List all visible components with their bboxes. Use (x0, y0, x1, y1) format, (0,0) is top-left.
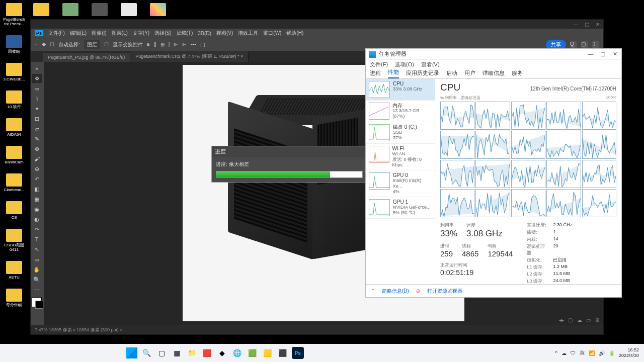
eraser-tool-icon[interactable]: ◧ (32, 185, 42, 194)
pen-tool-icon[interactable]: ✑ (32, 225, 42, 234)
blur-tool-icon[interactable]: ◉ (32, 205, 42, 214)
move-tool-icon[interactable]: ✥ (32, 74, 42, 83)
explorer-icon[interactable]: 📁 (186, 347, 198, 359)
type-tool-icon[interactable]: T (32, 235, 42, 244)
desktop-icon[interactable]: CSGO截图0411 (3, 229, 25, 252)
workspace-icon[interactable]: ▢ (581, 41, 588, 48)
edge-icon[interactable]: 🌐 (231, 347, 244, 359)
close-icon[interactable]: ✕ (594, 22, 601, 27)
desktop-icon[interactable]: AETU (3, 261, 25, 280)
tab-performance[interactable]: 性能 (388, 68, 399, 78)
align-icon[interactable]: ‖ (154, 42, 156, 47)
tm-side-gpu0[interactable]: GPU 0Intel(R) Iris(R) Xe...4% (366, 170, 435, 197)
menu-item[interactable]: 选项(O) (395, 61, 414, 68)
photoshop-taskbar-icon[interactable]: Ps (292, 347, 304, 359)
desktop-icon[interactable]: CS (3, 201, 25, 220)
icon[interactable]: ◂▸ (559, 317, 565, 323)
desktop-icon[interactable]: PugetBench for Premi... (3, 3, 25, 26)
menu-item[interactable]: 图像(I) (92, 30, 106, 37)
ps-titlebar[interactable]: — ▢ ✕ (31, 20, 603, 29)
menu-item[interactable]: 视图(V) (216, 30, 233, 37)
menu-item[interactable]: 图层(L) (112, 30, 128, 37)
desktop-icon[interactable] (59, 3, 82, 16)
minimize-icon[interactable]: — (587, 51, 594, 57)
shape-tool-icon[interactable]: ▭ (32, 255, 42, 264)
collapse-icon[interactable]: ⌃ (371, 288, 375, 294)
menu-item[interactable]: 窗口(W) (263, 30, 281, 37)
edit-toolbar-icon[interactable]: ⋯ (32, 285, 42, 294)
zoom-tool-icon[interactable]: 🔍 (32, 275, 42, 284)
clock[interactable]: 16:522022/4/30 (619, 347, 639, 358)
document-tab-active[interactable]: PugetBenchmark.CR2 @ 7.47% (图层 1, RGB/8#… (130, 51, 249, 62)
layer-dropdown[interactable]: 图层 (84, 40, 100, 49)
less-details-link[interactable]: 简略信息(D) (382, 288, 409, 295)
frame-tool-icon[interactable]: ▱ (32, 124, 42, 133)
tray-icon[interactable]: 🛡 (571, 350, 576, 356)
tab[interactable]: 进程 (370, 69, 381, 78)
tm-side-gpu1[interactable]: GPU 1NVIDIA GeForce...5% (50 ℃) (366, 197, 435, 219)
brush-tool-icon[interactable]: 🖌 (32, 154, 42, 163)
task-view-icon[interactable]: ▢ (156, 347, 168, 359)
crop-tool-icon[interactable]: ⊡ (32, 114, 42, 123)
resource-monitor-link[interactable]: 打开资源监视器 (427, 288, 462, 295)
distribute-icon[interactable]: ⊩ (182, 42, 187, 47)
path-tool-icon[interactable]: ↖ (32, 245, 42, 254)
desktop-icon[interactable] (89, 3, 111, 16)
close-icon[interactable]: ✕ (611, 51, 618, 57)
tray-icon[interactable]: ☁ (561, 350, 567, 356)
gradient-tool-icon[interactable]: ▦ (32, 195, 42, 204)
tm-side-disk[interactable]: 磁盘 0 (C:)SSD37% (366, 122, 435, 144)
desktop-icon[interactable]: 3.CINEBE... (3, 63, 25, 81)
tab[interactable]: 服务 (512, 69, 523, 78)
chevron-up-icon[interactable]: ^ (555, 350, 557, 356)
desktop-icon[interactable] (30, 3, 52, 16)
hand-tool-icon[interactable]: ✋ (32, 265, 42, 274)
close-tab-icon[interactable]: × (240, 54, 243, 59)
taskbar-app-icon[interactable]: ◆ (216, 347, 228, 359)
maximize-icon[interactable]: ▢ (599, 51, 606, 57)
history-brush-icon[interactable]: ↶ (32, 174, 42, 184)
menu-item[interactable]: 3D(D) (198, 31, 211, 36)
icon[interactable]: ☁ (577, 317, 583, 323)
tab[interactable]: 用户 (464, 69, 475, 78)
desktop-icon[interactable]: 回收站 (3, 35, 25, 54)
wand-tool-icon[interactable]: ✦ (32, 104, 42, 113)
menu-item[interactable]: 增效工具 (238, 30, 258, 37)
taskbar-app-icon[interactable]: 🟥 (201, 347, 213, 359)
stamp-tool-icon[interactable]: ⊕ (32, 164, 42, 173)
marquee-tool-icon[interactable]: ▭ (32, 84, 42, 93)
taskbar-app-icon[interactable]: 🟨 (262, 347, 274, 359)
widgets-icon[interactable]: ▦ (171, 347, 183, 359)
desktop-icon[interactable]: 10.软件 (3, 90, 25, 109)
color-swatch[interactable] (32, 297, 42, 307)
document-tab[interactable]: PugetBench_PS.jpg @ 86.7%(RGB/8) (43, 53, 130, 62)
export-icon[interactable]: ⇪ (592, 41, 599, 48)
taskbar-app-icon[interactable]: 🟩 (247, 347, 259, 359)
icon[interactable]: ▢ (568, 317, 574, 323)
taskbar-app-icon[interactable]: ⬛ (277, 347, 289, 359)
maximize-icon[interactable]: ▢ (583, 22, 590, 27)
search-icon[interactable]: Q (570, 41, 577, 48)
language-indicator[interactable]: 英 (580, 349, 585, 356)
search-icon[interactable]: 🔍 (141, 347, 153, 359)
lasso-tool-icon[interactable]: ⌇ (32, 94, 42, 103)
tm-side-cpu[interactable]: CPU33% 3.08 GHz (366, 79, 435, 101)
menu-item[interactable]: 帮助(H) (286, 30, 303, 37)
desktop-icon[interactable]: BandiCam (3, 146, 25, 164)
3d-mode-icon[interactable]: ⬚ (200, 42, 205, 47)
minimize-icon[interactable]: — (572, 22, 579, 27)
menu-item[interactable]: 选择(S) (154, 30, 171, 37)
tm-side-memory[interactable]: 内存13.3/15.7 GB (87%) (366, 101, 435, 122)
more-icon[interactable]: ••• (191, 42, 196, 47)
volume-icon[interactable]: 🔊 (599, 350, 605, 356)
home-icon[interactable]: ⌂ (35, 42, 38, 47)
desktop-icon[interactable]: Cinebenc... (3, 173, 25, 192)
tm-cpu-grid[interactable] (440, 102, 616, 217)
menu-item[interactable]: 文件(F) (48, 30, 65, 37)
tab[interactable]: 应用历史记录 (406, 69, 439, 78)
tm-titlebar[interactable]: 任务管理器 —▢✕ (366, 49, 621, 60)
tm-side-wifi[interactable]: Wi-FiWLAN发送: 0 接收: 0 Kbps (366, 144, 435, 170)
menu-item[interactable]: 滤镜(T) (177, 30, 193, 37)
desktop-icon[interactable] (147, 3, 169, 16)
tab[interactable]: 启动 (446, 69, 457, 78)
